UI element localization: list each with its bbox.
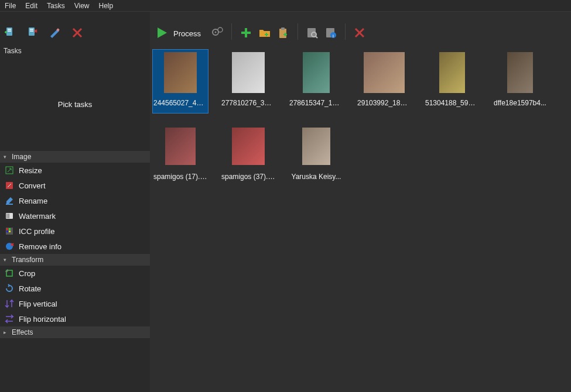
menu-file[interactable]: File <box>0 1 20 11</box>
svg-rect-15 <box>9 228 11 230</box>
thumbnail-image <box>158 50 203 95</box>
thumbnail-cell[interactable]: 51304188_5991... <box>424 49 480 114</box>
thumbnail-cell[interactable]: 277810276_308... <box>220 49 276 114</box>
thumbnail-cell[interactable]: spamigos (37).j... <box>220 123 276 187</box>
thumbnail-cell[interactable]: dffe18e1597b4... <box>492 49 548 114</box>
preview-icon[interactable] <box>305 26 319 40</box>
task-label: Convert <box>19 181 46 190</box>
thumbnail-caption: dffe18e1597b4... <box>493 98 547 108</box>
flip-horizontal-icon <box>5 314 14 324</box>
toolbar-separator <box>231 23 232 40</box>
sidebar-toolbar <box>0 12 150 44</box>
menu-edit[interactable]: Edit <box>20 1 42 11</box>
info-icon[interactable]: i <box>324 26 338 40</box>
thumbnail-caption: Yaruska Keisy... <box>289 172 343 181</box>
chevron-icon: ▾ <box>4 154 9 160</box>
svg-rect-24 <box>281 27 285 30</box>
delete-icon[interactable] <box>353 26 367 40</box>
crop-icon <box>5 269 14 278</box>
thumbnail-caption: spamigos (17).j... <box>153 172 207 181</box>
task-item[interactable]: Watermark <box>0 208 150 223</box>
menubar: File Edit Tasks View Help <box>0 0 571 12</box>
task-label: Remove info <box>19 242 61 251</box>
thumbnail-image <box>498 50 542 95</box>
sidebar: Tasks Pick tasks ▾ImageResizeConvertRena… <box>0 12 150 392</box>
thumbnail-image <box>294 124 339 169</box>
task-label: Watermark <box>19 212 56 221</box>
task-label: Rename <box>19 197 47 205</box>
task-item[interactable]: Rotate <box>0 281 150 296</box>
pick-tasks-placeholder[interactable]: Pick tasks <box>0 57 150 151</box>
task-item[interactable]: Rename <box>0 193 150 208</box>
main-panel: Process i <box>150 12 571 392</box>
process-icon[interactable] <box>155 26 169 40</box>
thumbnail-cell[interactable]: Yaruska Keisy... <box>288 123 344 187</box>
svg-rect-12 <box>8 214 9 218</box>
thumbnail-caption: 277810276_308... <box>221 98 275 108</box>
thumbnail-caption: spamigos (37).j... <box>221 172 275 181</box>
svg-point-21 <box>214 32 216 33</box>
task-item[interactable]: Remove info <box>0 239 150 254</box>
add-task-icon[interactable] <box>4 26 18 40</box>
section-header[interactable]: ▾Transform <box>0 254 150 266</box>
remove-icon[interactable] <box>70 26 84 40</box>
main-toolbar: Process i <box>150 12 571 44</box>
thumbnail-grid: 244565027_453...277810276_308...27861534… <box>150 44 571 392</box>
svg-rect-1 <box>8 29 11 30</box>
task-label: ICC profile <box>19 227 54 236</box>
task-item[interactable]: Flip horizontal <box>0 311 150 326</box>
menu-view[interactable]: View <box>70 1 94 11</box>
toolbar-separator <box>345 23 346 40</box>
thumbnail-image <box>158 124 203 169</box>
thumbnail-cell[interactable]: spamigos (17).j... <box>152 123 208 187</box>
settings-icon[interactable] <box>210 26 224 40</box>
thumbnail-caption: 29103992_1862... <box>357 98 411 108</box>
task-item[interactable]: Crop <box>0 266 150 281</box>
chevron-icon: ▸ <box>4 329 9 335</box>
section-title: Image <box>12 153 31 161</box>
svg-text:i: i <box>333 33 334 39</box>
rotate-icon <box>5 284 14 293</box>
section-header[interactable]: ▾Image <box>0 151 150 163</box>
task-item[interactable]: Flip vertical <box>0 296 150 311</box>
add-icon[interactable] <box>239 26 253 40</box>
watermark-icon <box>5 211 14 221</box>
task-label: Crop <box>19 269 35 278</box>
task-item[interactable]: Resize <box>0 163 150 178</box>
process-button[interactable]: Process <box>173 29 201 40</box>
task-label: Flip vertical <box>19 300 57 308</box>
thumbnail-image <box>226 50 271 95</box>
paste-icon[interactable] <box>276 26 290 40</box>
task-label: Resize <box>19 166 42 175</box>
tasks-header: Tasks <box>0 44 150 57</box>
edit-task-icon[interactable] <box>48 26 62 40</box>
task-item[interactable]: Convert <box>0 178 150 193</box>
flip-vertical-icon <box>5 299 14 308</box>
svg-rect-16 <box>6 231 8 232</box>
menu-help[interactable]: Help <box>94 1 118 11</box>
task-item[interactable]: ICC profile <box>0 223 150 239</box>
task-list: ▾ImageResizeConvertRenameWatermarkICC pr… <box>0 151 150 392</box>
toolbar-separator <box>298 23 298 40</box>
svg-rect-5 <box>30 30 33 32</box>
add-folder-icon[interactable] <box>258 26 272 40</box>
delete-task-icon[interactable] <box>26 26 40 40</box>
thumbnail-cell[interactable]: 244565027_453... <box>152 49 208 114</box>
convert-icon <box>5 181 14 190</box>
thumbnail-image <box>362 50 406 95</box>
thumbnail-cell[interactable]: 278615347_102... <box>288 49 344 114</box>
svg-rect-17 <box>9 231 11 232</box>
svg-rect-4 <box>30 29 33 30</box>
svg-rect-2 <box>8 30 11 32</box>
resize-icon <box>5 166 14 175</box>
thumbnail-image <box>226 124 271 169</box>
svg-rect-11 <box>6 214 8 218</box>
svg-point-22 <box>218 27 223 32</box>
thumbnail-cell[interactable]: 29103992_1862... <box>356 49 412 114</box>
section-header[interactable]: ▸Effects <box>0 326 150 338</box>
task-label: Rotate <box>19 284 41 293</box>
icc-icon <box>5 226 14 236</box>
thumbnail-image <box>294 50 339 95</box>
menu-tasks[interactable]: Tasks <box>42 1 70 11</box>
task-label: Flip horizontal <box>19 315 66 324</box>
